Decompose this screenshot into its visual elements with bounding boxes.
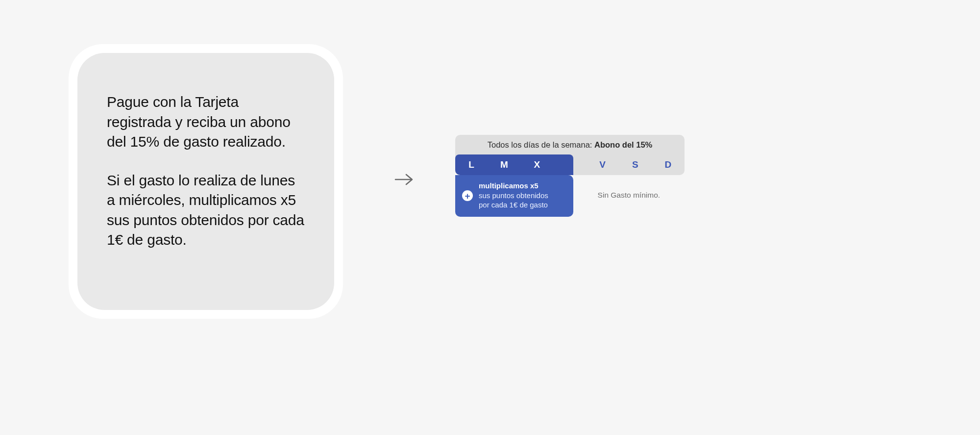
footnote: Sin Gasto mínimo. xyxy=(573,175,685,200)
bonus-card: + multiplicamos x5 sus puntos obtenidos … xyxy=(455,175,573,217)
promo-paragraph-1: Pague con la Tarjeta registrada y reciba… xyxy=(107,92,305,152)
bonus-line-3: por cada 1€ de gasto xyxy=(479,201,548,209)
week-bonus-widget: Todos los días de la semana: Abono del 1… xyxy=(455,135,685,217)
bonus-text: multiplicamos x5 sus puntos obtenidos po… xyxy=(479,181,548,210)
below-row: + multiplicamos x5 sus puntos obtenidos … xyxy=(455,175,685,217)
week-caption: Todos los días de la semana: Abono del 1… xyxy=(455,135,685,154)
day-sunday: D xyxy=(652,159,685,170)
week-row-wrap: L M X V S D xyxy=(455,154,685,175)
day-monday: L xyxy=(455,159,488,170)
promo-paragraph-2: Si el gasto lo realiza de lunes a miérco… xyxy=(107,171,305,250)
week-caption-strong: Abono del 15% xyxy=(594,140,652,149)
bonus-line-2: sus puntos obtenidos xyxy=(479,191,548,200)
week-caption-prefix: Todos los días de la semana: xyxy=(488,140,594,149)
arrow-right-icon xyxy=(394,172,414,187)
promo-text-card-inner: Pague con la Tarjeta registrada y reciba… xyxy=(77,53,334,310)
plus-icon: + xyxy=(462,190,473,201)
bonus-title: multiplicamos x5 xyxy=(479,181,539,190)
day-friday: V xyxy=(586,159,619,170)
day-wednesday: X xyxy=(521,159,554,170)
promo-text-card: Pague con la Tarjeta registrada y reciba… xyxy=(69,44,343,319)
day-saturday: S xyxy=(619,159,652,170)
week-day-row: L M X V S D xyxy=(455,154,685,175)
week-bar: Todos los días de la semana: Abono del 1… xyxy=(455,135,685,175)
day-tuesday: M xyxy=(488,159,521,170)
